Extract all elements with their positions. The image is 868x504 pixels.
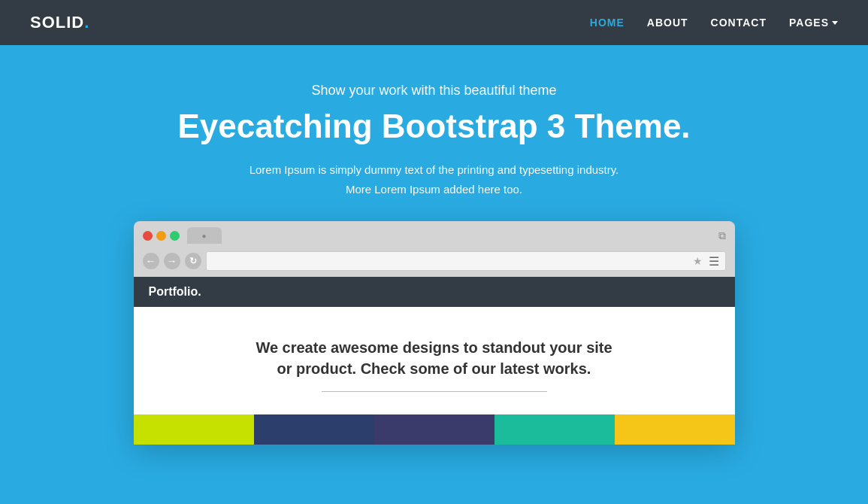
close-window-icon[interactable]: [143, 231, 153, 241]
hero-desc-line1: Lorem Ipsum is simply dummy text of the …: [250, 163, 619, 176]
browser-mockup: ● ⧉ ← → ↻ ★ ☰ Portfoli: [134, 221, 735, 445]
hero-subtitle: Show your work with this beautiful theme: [15, 83, 853, 99]
portfolio-item-2[interactable]: [254, 414, 374, 445]
main-navbar: SOLID. HOME ABOUT CONTACT PAGES: [0, 0, 868, 45]
back-button[interactable]: ←: [143, 253, 159, 269]
inner-content-title: We create awesome designs to standout yo…: [149, 337, 720, 379]
browser-chrome: ● ⧉ ← → ↻ ★ ☰: [134, 221, 735, 277]
hero-title: Eyecatching Bootstrap 3 Theme.: [15, 108, 853, 145]
portfolio-item-1[interactable]: [134, 414, 254, 445]
nav-links: HOME ABOUT CONTACT PAGES: [590, 17, 838, 29]
browser-window-controls: [143, 231, 180, 241]
hero-desc-line2: More Lorem Ipsum added here too.: [346, 183, 522, 196]
nav-pages[interactable]: PAGES: [789, 17, 838, 29]
inner-page-content: We create awesome designs to standout yo…: [134, 307, 735, 414]
minimize-window-icon[interactable]: [156, 231, 166, 241]
portfolio-item-3[interactable]: [374, 414, 494, 445]
portfolio-item-4[interactable]: [494, 414, 615, 445]
inner-brand: Portfolio.: [149, 285, 201, 299]
forward-button[interactable]: →: [164, 253, 180, 269]
maximize-window-icon[interactable]: [170, 231, 180, 241]
brand-logo[interactable]: SOLID.: [30, 13, 89, 32]
portfolio-item-5[interactable]: [615, 414, 735, 445]
menu-icon[interactable]: ☰: [709, 254, 719, 269]
inner-navbar: Portfolio.: [134, 277, 735, 307]
hero-description: Lorem Ipsum is simply dummy text of the …: [15, 160, 853, 199]
nav-pages-label: PAGES: [789, 17, 829, 29]
expand-icon[interactable]: ⧉: [718, 229, 726, 242]
refresh-button[interactable]: ↻: [185, 253, 201, 269]
hero-section: Show your work with this beautiful theme…: [0, 45, 868, 467]
star-icon[interactable]: ★: [693, 255, 703, 267]
chevron-down-icon: [832, 21, 838, 25]
nav-home[interactable]: HOME: [590, 17, 625, 29]
browser-tab[interactable]: ●: [187, 227, 222, 244]
nav-contact[interactable]: CONTACT: [711, 17, 767, 29]
brand-name: SOLID: [30, 13, 84, 32]
browser-nav-bar: ← → ↻ ★ ☰: [143, 248, 726, 277]
browser-tab-label: ●: [202, 232, 207, 240]
browser-top-bar: ● ⧉: [143, 227, 726, 244]
browser-content-area: Portfolio. We create awesome designs to …: [134, 277, 735, 445]
address-bar[interactable]: ★ ☰: [206, 251, 726, 271]
content-divider: [322, 391, 547, 392]
brand-dot: .: [84, 13, 89, 32]
portfolio-strip: [134, 414, 735, 445]
nav-about[interactable]: ABOUT: [647, 17, 688, 29]
